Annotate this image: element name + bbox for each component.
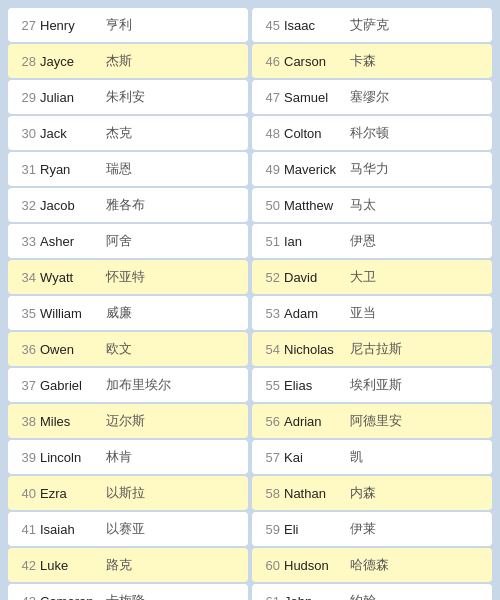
list-item: 48Colton科尔顿 xyxy=(252,116,492,150)
name-english: Maverick xyxy=(284,162,346,177)
rank-number: 43 xyxy=(14,594,36,601)
name-english: Miles xyxy=(40,414,102,429)
rank-number: 46 xyxy=(258,54,280,69)
list-item: 32Jacob雅各布 xyxy=(8,188,248,222)
rank-number: 31 xyxy=(14,162,36,177)
name-chinese: 林肯 xyxy=(106,448,242,466)
list-item: 59Eli伊莱 xyxy=(252,512,492,546)
list-item: 50Matthew马太 xyxy=(252,188,492,222)
name-english: Matthew xyxy=(284,198,346,213)
name-chinese: 伊莱 xyxy=(350,520,486,538)
list-item: 38Miles迈尔斯 xyxy=(8,404,248,438)
list-item: 61John约翰 xyxy=(252,584,492,600)
rank-number: 27 xyxy=(14,18,36,33)
name-english: Ian xyxy=(284,234,346,249)
name-english: Colton xyxy=(284,126,346,141)
name-english: Isaiah xyxy=(40,522,102,537)
name-english: Asher xyxy=(40,234,102,249)
name-english: Adam xyxy=(284,306,346,321)
name-english: Nathan xyxy=(284,486,346,501)
rank-number: 34 xyxy=(14,270,36,285)
name-chinese: 亨利 xyxy=(106,16,242,34)
name-english: Isaac xyxy=(284,18,346,33)
name-chinese: 杰克 xyxy=(106,124,242,142)
name-chinese: 塞缪尔 xyxy=(350,88,486,106)
name-chinese: 以斯拉 xyxy=(106,484,242,502)
name-chinese: 尼古拉斯 xyxy=(350,340,486,358)
rank-number: 41 xyxy=(14,522,36,537)
rank-number: 35 xyxy=(14,306,36,321)
name-english: Julian xyxy=(40,90,102,105)
list-item: 33Asher阿舍 xyxy=(8,224,248,258)
name-chinese: 路克 xyxy=(106,556,242,574)
list-item: 30Jack杰克 xyxy=(8,116,248,150)
list-item: 45Isaac艾萨克 xyxy=(252,8,492,42)
name-english: Jayce xyxy=(40,54,102,69)
name-english: Jack xyxy=(40,126,102,141)
name-english: Owen xyxy=(40,342,102,357)
name-english: John xyxy=(284,594,346,601)
name-english: Jacob xyxy=(40,198,102,213)
rank-number: 40 xyxy=(14,486,36,501)
rank-number: 50 xyxy=(258,198,280,213)
list-item: 49Maverick马华力 xyxy=(252,152,492,186)
name-chinese: 约翰 xyxy=(350,592,486,600)
left-column: 27Henry亨利28Jayce杰斯29Julian朱利安30Jack杰克31R… xyxy=(8,8,248,600)
name-chinese: 艾萨克 xyxy=(350,16,486,34)
right-column: 45Isaac艾萨克46Carson卡森47Samuel塞缪尔48Colton科… xyxy=(252,8,492,600)
name-chinese: 马华力 xyxy=(350,160,486,178)
name-english: Nicholas xyxy=(284,342,346,357)
rank-number: 39 xyxy=(14,450,36,465)
name-chinese: 大卫 xyxy=(350,268,486,286)
rank-number: 38 xyxy=(14,414,36,429)
rank-number: 45 xyxy=(258,18,280,33)
name-chinese: 朱利安 xyxy=(106,88,242,106)
name-chinese: 雅各布 xyxy=(106,196,242,214)
rank-number: 33 xyxy=(14,234,36,249)
name-chinese: 埃利亚斯 xyxy=(350,376,486,394)
list-item: 35William威廉 xyxy=(8,296,248,330)
list-item: 46Carson卡森 xyxy=(252,44,492,78)
name-chinese: 哈德森 xyxy=(350,556,486,574)
name-chinese: 伊恩 xyxy=(350,232,486,250)
rank-number: 58 xyxy=(258,486,280,501)
rank-number: 49 xyxy=(258,162,280,177)
name-chinese: 阿舍 xyxy=(106,232,242,250)
rank-number: 56 xyxy=(258,414,280,429)
name-english: Kai xyxy=(284,450,346,465)
names-table: 27Henry亨利28Jayce杰斯29Julian朱利安30Jack杰克31R… xyxy=(0,0,500,600)
rank-number: 36 xyxy=(14,342,36,357)
rank-number: 28 xyxy=(14,54,36,69)
list-item: 36Owen欧文 xyxy=(8,332,248,366)
list-item: 56Adrian阿德里安 xyxy=(252,404,492,438)
name-english: Cameron xyxy=(40,594,102,601)
name-chinese: 卡森 xyxy=(350,52,486,70)
name-english: Wyatt xyxy=(40,270,102,285)
name-english: David xyxy=(284,270,346,285)
name-chinese: 亚当 xyxy=(350,304,486,322)
name-chinese: 卡梅隆 xyxy=(106,592,242,600)
list-item: 55Elias埃利亚斯 xyxy=(252,368,492,402)
name-chinese: 以赛亚 xyxy=(106,520,242,538)
list-item: 28Jayce杰斯 xyxy=(8,44,248,78)
name-english: Lincoln xyxy=(40,450,102,465)
list-item: 60Hudson哈德森 xyxy=(252,548,492,582)
rank-number: 42 xyxy=(14,558,36,573)
rank-number: 59 xyxy=(258,522,280,537)
list-item: 27Henry亨利 xyxy=(8,8,248,42)
list-item: 34Wyatt怀亚特 xyxy=(8,260,248,294)
name-english: Luke xyxy=(40,558,102,573)
rank-number: 53 xyxy=(258,306,280,321)
name-chinese: 内森 xyxy=(350,484,486,502)
name-english: Samuel xyxy=(284,90,346,105)
name-english: Hudson xyxy=(284,558,346,573)
rank-number: 51 xyxy=(258,234,280,249)
rank-number: 55 xyxy=(258,378,280,393)
name-chinese: 瑞恩 xyxy=(106,160,242,178)
name-chinese: 杰斯 xyxy=(106,52,242,70)
name-chinese: 凯 xyxy=(350,448,486,466)
rank-number: 57 xyxy=(258,450,280,465)
name-english: Carson xyxy=(284,54,346,69)
list-item: 47Samuel塞缪尔 xyxy=(252,80,492,114)
name-english: Ezra xyxy=(40,486,102,501)
